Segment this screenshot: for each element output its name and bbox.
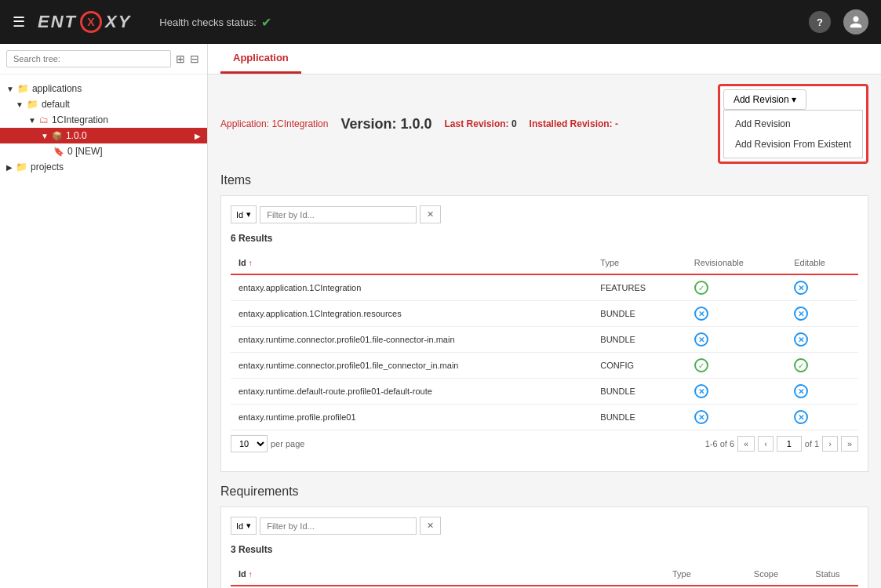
item-revisionable-cell: ✕ <box>686 405 786 430</box>
status-badge: ✓ <box>694 358 708 372</box>
item-revisionable-cell: ✕ <box>686 379 786 405</box>
item-type-cell: FEATURES <box>592 274 686 301</box>
items-col-revisionable[interactable]: Revisionable <box>686 252 786 274</box>
logo-circle: X <box>80 11 102 33</box>
app-label: Application: 1CIntegration <box>220 118 328 129</box>
req-col-type[interactable]: Type <box>664 563 746 586</box>
item-id-cell: entaxy.runtime.connector.profile01.file_… <box>231 353 592 379</box>
sidebar-item-projects[interactable]: ▶ 📁 projects <box>0 159 207 175</box>
items-prev-page-button[interactable]: ‹ <box>758 436 774 452</box>
items-filter-input[interactable] <box>260 206 417 223</box>
search-input[interactable] <box>6 50 171 67</box>
status-badge: ✕ <box>694 384 708 398</box>
items-col-editable[interactable]: Editable <box>786 252 858 274</box>
add-revision-button[interactable]: Add Revision ▾ <box>723 89 806 110</box>
tabs-bar: Application <box>208 44 881 74</box>
items-first-page-button[interactable]: « <box>737 436 755 452</box>
tab-label: Application <box>233 52 289 64</box>
req-col-id[interactable]: Id ↑ <box>231 563 664 586</box>
dropdown-item-add-revision[interactable]: Add Revision <box>724 114 862 134</box>
items-per-page-select[interactable]: 10 <box>231 435 268 452</box>
folder-icon: 📁 <box>17 83 29 94</box>
table-row[interactable]: entaxy.runtime.profile.profile01BUNDLE✕✕ <box>231 405 858 430</box>
collapse-all-icon[interactable]: ⊟ <box>188 51 201 67</box>
item-id-cell: entaxy.application.1CIntegration <box>231 274 592 301</box>
status-badge: ✕ <box>794 307 808 321</box>
sidebar-item-applications[interactable]: ▼ 📁 applications <box>0 81 207 96</box>
menu-icon[interactable]: ☰ <box>13 13 25 31</box>
requirements-filter-select[interactable]: Id ▾ <box>231 517 257 535</box>
req-col-scope[interactable]: Scope <box>746 563 808 586</box>
tab-application[interactable]: Application <box>220 44 301 74</box>
last-revision-label: Last Revision: 0 <box>445 118 517 129</box>
revision-icon: 🔖 <box>53 147 64 157</box>
status-badge: ✕ <box>794 384 808 398</box>
items-pagination-total: of 1 <box>805 439 819 448</box>
item-editable-cell: ✕ <box>786 301 858 327</box>
add-revision-container: Add Revision ▾ Add Revision Add Revision… <box>718 84 868 164</box>
items-next-page-button[interactable]: › <box>822 436 838 452</box>
status-badge: ✓ <box>794 358 808 372</box>
table-row[interactable]: entaxy.application.1CIntegrationFEATURES… <box>231 274 858 301</box>
header: ☰ ENT X XY Health checks status: ✔ ? <box>0 0 881 44</box>
item-type-cell: CONFIG <box>592 353 686 379</box>
tree-item-label: default <box>42 99 70 110</box>
sidebar-item-default[interactable]: ▼ 📁 default <box>0 96 207 112</box>
chevron-down-icon: ▼ <box>16 100 24 109</box>
item-id-cell: entaxy.runtime.profile.profile01 <box>231 405 592 430</box>
health-status-label: Health checks status: <box>159 16 257 28</box>
status-badge: ✕ <box>794 332 808 347</box>
item-id-cell: entaxy.runtime.connector.profile01.file-… <box>231 327 592 353</box>
tree-item-label: 1.0.0 <box>66 130 87 141</box>
requirements-filter-clear-button[interactable]: ✕ <box>420 517 441 535</box>
status-badge: ✕ <box>694 307 708 321</box>
avatar[interactable] <box>843 9 868 34</box>
items-results-count: 6 Results <box>231 230 858 247</box>
items-pagination-range: 1-6 of 6 <box>705 439 734 448</box>
items-filter-bar: Id ▾ ✕ <box>231 205 858 223</box>
items-col-id[interactable]: Id ↑ <box>231 252 592 274</box>
requirements-section: Requirements Id ▾ ✕ 3 Results <box>220 485 868 588</box>
items-per-page-label: per page <box>271 439 304 448</box>
health-status: Health checks status: ✔ <box>159 15 271 30</box>
table-row[interactable]: entaxy.runtime.connector.profile01.file-… <box>231 327 858 353</box>
app-icon: 🗂 <box>39 114 49 125</box>
items-col-type[interactable]: Type <box>592 252 686 274</box>
content-area: Application Application: 1CIntegration V… <box>208 44 881 588</box>
sidebar-item-100[interactable]: ▼ 📦 1.0.0 ▶ <box>0 128 207 143</box>
item-revisionable-cell: ✕ <box>686 327 786 353</box>
logo: ENT X XY <box>38 11 131 33</box>
requirements-table-header-row: Id ↑ Type Scope Status <box>231 563 858 586</box>
chevron-down-icon: ▾ <box>246 209 251 220</box>
tree-item-label: 0 [NEW] <box>67 146 103 157</box>
table-row[interactable]: entaxy.application.1CIntegration.resourc… <box>231 301 858 327</box>
item-editable-cell: ✕ <box>786 379 858 405</box>
logo-text-left: ENT <box>38 12 77 32</box>
expand-arrow-icon: ▶ <box>195 132 201 140</box>
items-filter-select[interactable]: Id ▾ <box>231 205 257 223</box>
status-badge: ✓ <box>694 281 708 295</box>
app-header-bar: Application: 1CIntegration Version: 1.0.… <box>220 84 868 164</box>
help-button[interactable]: ? <box>809 11 831 33</box>
sidebar-item-1cintegration[interactable]: ▼ 🗂 1CIntegration <box>0 112 207 128</box>
status-badge: ✕ <box>794 410 808 424</box>
item-type-cell: BUNDLE <box>592 301 686 327</box>
chevron-down-icon: ▼ <box>28 116 36 125</box>
chevron-down-icon: ▼ <box>6 85 14 93</box>
tree-item-label: projects <box>31 162 64 172</box>
items-last-page-button[interactable]: » <box>841 436 858 452</box>
sidebar-item-0new[interactable]: 🔖 0 [NEW] <box>0 143 207 159</box>
installed-revision-label: Installed Revision: - <box>530 118 618 129</box>
requirements-filter-bar: Id ▾ ✕ <box>231 517 858 535</box>
expand-all-icon[interactable]: ⊞ <box>174 51 187 67</box>
items-filter-clear-button[interactable]: ✕ <box>420 205 441 223</box>
add-revision-dropdown: Add Revision Add Revision From Existent <box>723 110 863 158</box>
items-page-input[interactable] <box>777 436 802 452</box>
item-editable-cell: ✓ <box>786 353 858 379</box>
req-col-status[interactable]: Status <box>807 563 858 586</box>
status-badge: ✕ <box>694 332 708 347</box>
dropdown-item-add-revision-from-existent[interactable]: Add Revision From Existent <box>724 134 862 154</box>
requirements-filter-input[interactable] <box>260 517 417 535</box>
table-row[interactable]: entaxy.runtime.default-route.profile01-d… <box>231 379 858 405</box>
table-row[interactable]: entaxy.runtime.connector.profile01.file_… <box>231 353 858 379</box>
